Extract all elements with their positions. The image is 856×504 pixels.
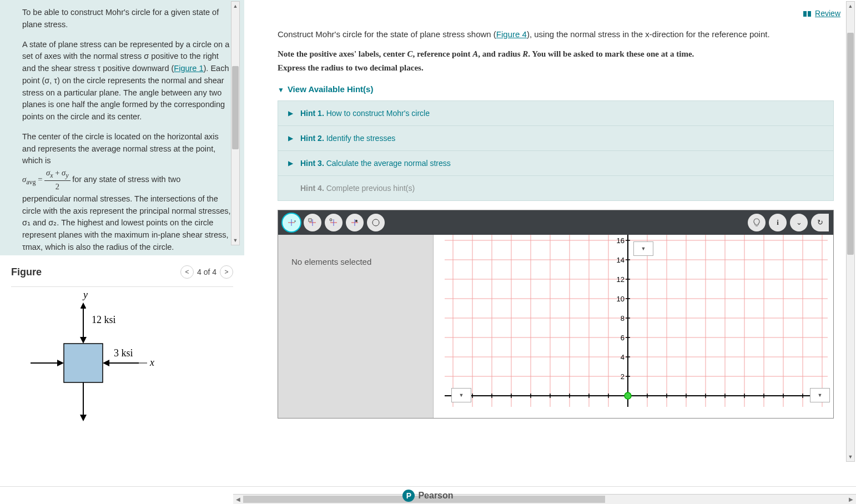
footer: P Pearson — [0, 486, 856, 504]
footer-brand: Pearson — [418, 491, 453, 501]
theory-paragraph-2: The center of the circle is located on t… — [22, 131, 231, 254]
tool-dropdown-button[interactable]: ⌄ — [790, 214, 808, 231]
hint-1[interactable]: ▶ Hint 1. How to construct Mohr's circle — [278, 101, 833, 126]
caret-right-icon: ▶ — [288, 109, 295, 117]
figure-prev-button[interactable]: < — [180, 265, 194, 279]
instruction-emphasis: Note the positive axes' labels, center C… — [244, 44, 856, 80]
tool-info-button[interactable]: i — [769, 214, 787, 231]
tool-circle-button[interactable] — [367, 214, 385, 231]
figure-title: Figure — [11, 266, 42, 278]
hints-toggle[interactable]: View Available Hint(s) — [244, 80, 856, 98]
caret-right-icon: ▶ — [288, 134, 295, 142]
svg-text:10: 10 — [617, 295, 625, 303]
figure-page-indicator: 4 of 4 — [197, 268, 216, 276]
svg-point-96 — [625, 392, 631, 399]
sidebar: To be able to construct Mohr's circle fo… — [0, 0, 244, 477]
main-content: Review Construct Mohr's circle for the s… — [244, 0, 856, 477]
figure-next-button[interactable]: > — [220, 265, 233, 279]
figure-panel: Figure < 4 of 4 > y — [0, 255, 244, 459]
svg-text:16: 16 — [617, 236, 625, 245]
caret-right-icon: ▶ — [288, 159, 295, 167]
svg-text:12 ksi: 12 ksi — [92, 314, 116, 325]
scroll-up-icon[interactable]: ▲ — [231, 2, 239, 11]
scroll-down-icon[interactable]: ▼ — [847, 452, 854, 461]
svg-text:x: x — [294, 219, 296, 223]
tool-hint-button[interactable] — [748, 214, 766, 231]
hint-2[interactable]: ▶ Hint 2. Identify the stresses — [278, 126, 833, 151]
theory-paragraph-1: A state of plane stress can be represent… — [22, 39, 231, 123]
svg-marker-9 — [80, 415, 87, 421]
drawing-canvas: x i ⌄ ↻ No elements selected — [278, 210, 834, 419]
tool-axis-label-2-button[interactable] — [325, 214, 343, 231]
tool-reset-button[interactable]: ↻ — [811, 214, 829, 231]
scroll-down-icon[interactable]: ▼ — [231, 236, 239, 245]
tool-axes-button[interactable]: x — [283, 214, 300, 231]
svg-rect-7 — [64, 344, 103, 382]
svg-point-25 — [330, 219, 332, 221]
review-link[interactable]: Review — [803, 9, 840, 18]
sidebar-scrollbar[interactable]: ▲ ▼ — [231, 1, 240, 245]
svg-rect-22 — [309, 219, 311, 221]
svg-text:2: 2 — [621, 372, 625, 381]
svg-text:12: 12 — [617, 275, 625, 284]
graph-area[interactable]: 16 14 12 10 8 6 4 2 — [434, 235, 833, 418]
book-icon — [803, 10, 812, 17]
svg-text:y: y — [82, 289, 88, 300]
svg-marker-11 — [57, 360, 64, 366]
tool-point-button[interactable] — [346, 214, 364, 231]
svg-text:14: 14 — [617, 256, 625, 264]
figure-4-link[interactable]: Figure 4 — [496, 29, 527, 39]
svg-text:x: x — [149, 357, 154, 368]
instruction-text: Construct Mohr's circle for the state of… — [244, 18, 856, 44]
tool-axis-label-1-button[interactable] — [304, 214, 321, 231]
y-axis-label-dropdown[interactable] — [633, 241, 653, 256]
main-scrollbar[interactable]: ▲ ▼ — [846, 1, 855, 462]
svg-point-28 — [355, 220, 357, 222]
x-axis-label-dropdown-right[interactable] — [810, 388, 830, 402]
figure-1-link[interactable]: Figure 1 — [174, 64, 203, 73]
scroll-thumb[interactable] — [232, 66, 239, 149]
figure-diagram: y 12 ksi — [11, 287, 233, 453]
hint-3[interactable]: ▶ Hint 3. Calculate the average normal s… — [278, 151, 833, 176]
svg-text:8: 8 — [621, 314, 625, 322]
learning-objective-panel: To be able to construct Mohr's circle fo… — [0, 0, 244, 255]
canvas-toolbar: x i ⌄ ↻ — [278, 210, 833, 235]
svg-text:4: 4 — [621, 353, 625, 361]
hint-4-locked: ▶ Hint 4. Complete previous hint(s) — [278, 176, 833, 200]
figure-pager: < 4 of 4 > — [180, 265, 233, 279]
hints-container: ▶ Hint 1. How to construct Mohr's circle… — [278, 100, 834, 201]
svg-text:6: 6 — [621, 334, 625, 342]
scroll-up-icon[interactable]: ▲ — [847, 2, 854, 11]
objective-text: To be able to construct Mohr's circle fo… — [22, 7, 231, 31]
scroll-thumb[interactable] — [847, 33, 854, 255]
selection-status: No elements selected — [278, 235, 434, 418]
svg-point-29 — [372, 219, 379, 226]
x-axis-label-dropdown-left[interactable] — [451, 388, 471, 402]
svg-text:3 ksi: 3 ksi — [114, 347, 133, 359]
pearson-logo-icon: P — [402, 490, 415, 502]
svg-marker-5 — [80, 337, 87, 344]
